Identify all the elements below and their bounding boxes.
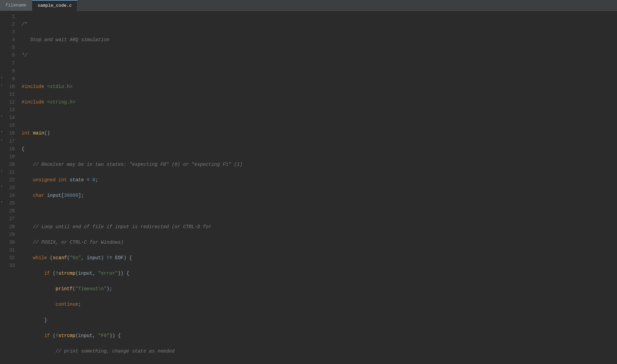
line-num-9: ▾9 xyxy=(0,75,19,83)
code-line-14: // Loop until end of file if input is re… xyxy=(22,223,617,231)
line-num-12: 12 xyxy=(0,98,19,106)
line-num-28: 28 xyxy=(0,223,19,231)
code-line-8: int main() xyxy=(22,129,617,137)
line-num-17: ▾17 xyxy=(0,138,19,145)
line-num-20: 20 xyxy=(0,161,19,169)
line-num-25: ▾25 xyxy=(0,200,19,207)
line-num-13: 13 xyxy=(0,106,19,114)
code-editor: filename sample_code.c 1 2 3 4 5 6 7 8 ▾… xyxy=(0,0,617,364)
line-num-3: 3 xyxy=(0,28,19,36)
line-num-16: ▾16 xyxy=(0,129,19,137)
line-num-19: 19 xyxy=(0,153,19,161)
code-line-7 xyxy=(22,114,617,122)
code-line-12: char input[30000]; xyxy=(22,192,617,200)
line-num-26: 26 xyxy=(0,207,19,215)
line-num-10: ▾10 xyxy=(0,83,19,91)
line-num-21: ▾21 xyxy=(0,169,19,176)
line-num-33: 33 xyxy=(0,262,19,270)
line-num-4: 4 xyxy=(0,36,19,44)
line-num-14: ▾14 xyxy=(0,114,19,122)
code-area: 1 2 3 4 5 6 7 8 ▾9 ▾10 11 12 13 ▾14 15 ▾… xyxy=(0,11,617,364)
code-line-11: unsigned int state = 0; xyxy=(22,176,617,184)
line-num-7: 7 xyxy=(0,60,19,67)
code-line-16: while (scanf("%s", input) != EOF) { xyxy=(22,254,617,262)
code-line-6: #include <string.h> xyxy=(22,98,617,106)
code-line-4 xyxy=(22,67,617,75)
tab-bar[interactable]: filename sample_code.c xyxy=(0,0,617,11)
code-line-3: */ xyxy=(22,52,617,59)
line-num-32: 32 xyxy=(0,254,19,262)
tab-filename[interactable]: filename xyxy=(0,0,32,11)
line-num-2: 2 xyxy=(0,21,19,28)
tab-sample-code[interactable]: sample_code.c xyxy=(32,0,77,11)
code-line-5: #include <stdio.h> xyxy=(22,83,617,91)
code-line-19: continue; xyxy=(22,301,617,308)
line-num-15: 15 xyxy=(0,122,19,129)
code-line-2: Stop and wait ARQ simulation xyxy=(22,36,617,44)
line-num-30: 30 xyxy=(0,239,19,246)
line-num-6: 6 xyxy=(0,52,19,59)
code-line-13 xyxy=(22,207,617,215)
line-num-24: 24 xyxy=(0,192,19,200)
code-line-15: // POSIX, or CTRL-C for Windows) xyxy=(22,239,617,246)
line-num-1: 1 xyxy=(0,13,19,21)
code-line-1: /* xyxy=(22,21,617,28)
code-line-9: { xyxy=(22,145,617,153)
code-line-18: printf("Timeout\n"); xyxy=(22,285,617,293)
line-num-29: 29 xyxy=(0,231,19,239)
code-content: /* Stop and wait ARQ simulation */ #incl… xyxy=(19,11,617,364)
line-num-22: 22 xyxy=(0,176,19,184)
line-num-23: ▾23 xyxy=(0,184,19,192)
code-line-20: } xyxy=(22,316,617,324)
code-line-21: if (!strcmp(input, "F0")) { xyxy=(22,332,617,340)
line-num-5: 5 xyxy=(0,44,19,52)
line-num-8: 8 xyxy=(0,67,19,75)
code-line-17: if (!strcmp(input, "error")) { xyxy=(22,270,617,277)
line-numbers: 1 2 3 4 5 6 7 8 ▾9 ▾10 11 12 13 ▾14 15 ▾… xyxy=(0,11,19,364)
line-num-11: 11 xyxy=(0,91,19,98)
code-line-10: // Receiver may be in two states: "expec… xyxy=(22,161,617,169)
line-num-18: 18 xyxy=(0,145,19,153)
line-num-27: 27 xyxy=(0,215,19,223)
line-num-31: 31 xyxy=(0,246,19,254)
code-line-22: // print something, change state as need… xyxy=(22,347,617,355)
